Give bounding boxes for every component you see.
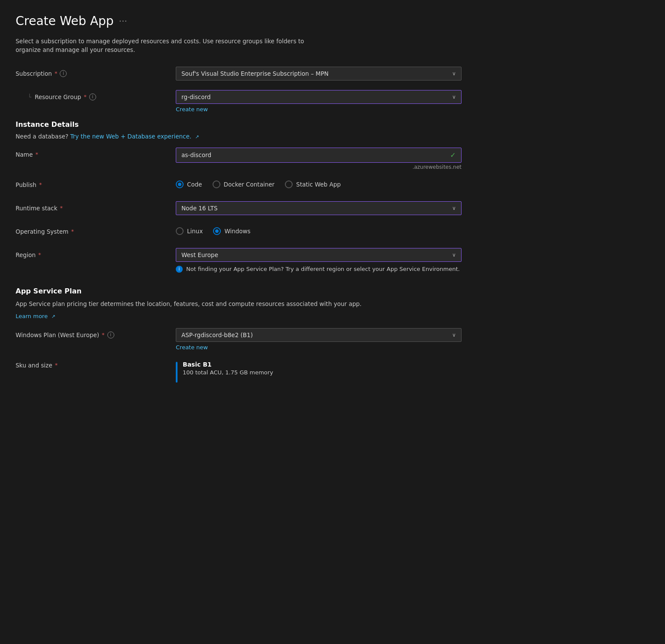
page-title: Create Web App xyxy=(16,14,114,28)
os-label-linux: Linux xyxy=(187,228,203,235)
resource-group-control: rg-discord ∨ Create new xyxy=(176,90,462,113)
region-required: * xyxy=(38,251,41,258)
windows-plan-required: * xyxy=(102,332,105,338)
name-label: Name * xyxy=(16,148,176,158)
learn-more-link[interactable]: Learn more xyxy=(16,313,48,319)
region-value: West Europe xyxy=(181,251,218,258)
operating-system-label: Operating System * xyxy=(16,225,176,235)
windows-plan-chevron-icon: ∨ xyxy=(452,332,456,338)
region-chevron-icon: ∨ xyxy=(452,252,456,258)
instance-details-heading: Instance Details xyxy=(16,120,649,129)
resource-group-chevron-icon: ∨ xyxy=(452,94,456,100)
resource-group-label: └ Resource Group * i xyxy=(16,90,176,100)
publish-label-docker: Docker Container xyxy=(224,181,275,188)
windows-plan-label: Windows Plan (West Europe) * i xyxy=(16,328,176,338)
sku-size-control: Basic B1 100 total ACU, 1.75 GB memory xyxy=(176,358,462,383)
windows-plan-control: ASP-rgdiscord-b8e2 (B1) ∨ Create new xyxy=(176,328,462,351)
try-database-experience-link[interactable]: Try the new Web + Database experience. ↗ xyxy=(70,133,199,140)
sku-size-required: * xyxy=(55,362,58,368)
region-info-circle-icon: i xyxy=(176,266,183,273)
external-link-icon: ↗ xyxy=(195,134,199,140)
need-database-text: Need a database? Try the new Web + Datab… xyxy=(16,133,649,140)
subscription-row: Subscription * i Souf's Visual Studio En… xyxy=(16,67,649,82)
runtime-stack-dropdown[interactable]: Node 16 LTS ∨ xyxy=(176,201,462,215)
publish-row: Publish * Code Docker Container Static W… xyxy=(16,178,649,193)
publish-option-docker[interactable]: Docker Container xyxy=(213,180,275,188)
resource-group-dropdown[interactable]: rg-discord ∨ xyxy=(176,90,462,104)
name-input[interactable]: as-discord ✓ xyxy=(176,148,462,163)
instance-details-section: Instance Details Need a database? Try th… xyxy=(16,120,649,273)
runtime-stack-row: Runtime stack * Node 16 LTS ∨ xyxy=(16,201,649,217)
sku-box: Basic B1 100 total ACU, 1.75 GB memory xyxy=(176,358,462,383)
subscription-info-icon[interactable]: i xyxy=(60,70,67,77)
subscription-dropdown[interactable]: Souf's Visual Studio Enterprise Subscrip… xyxy=(176,67,462,80)
runtime-stack-value: Node 16 LTS xyxy=(181,205,217,212)
sku-info: Basic B1 100 total ACU, 1.75 GB memory xyxy=(183,361,273,376)
app-service-plan-heading: App Service Plan xyxy=(16,287,649,295)
resource-group-row: └ Resource Group * i rg-discord ∨ Create… xyxy=(16,90,649,113)
windows-plan-create-new[interactable]: Create new xyxy=(176,344,208,351)
operating-system-row: Operating System * Linux Windows xyxy=(16,225,649,240)
subscription-chevron-icon: ∨ xyxy=(452,71,456,77)
sku-size-label: Sku and size * xyxy=(16,358,176,369)
learn-more-external-icon: ↗ xyxy=(52,314,55,319)
sku-size-row: Sku and size * Basic B1 100 total ACU, 1… xyxy=(16,358,649,383)
page-subtitle: Select a subscription to manage deployed… xyxy=(16,37,319,55)
subscription-required: * xyxy=(55,70,58,77)
operating-system-control: Linux Windows xyxy=(176,225,462,235)
sku-description: 100 total ACU, 1.75 GB memory xyxy=(183,369,273,376)
resource-group-required: * xyxy=(84,93,87,100)
publish-label-code: Code xyxy=(187,181,202,188)
app-service-description: App Service plan pricing tier determines… xyxy=(16,299,649,308)
runtime-stack-chevron-icon: ∨ xyxy=(452,205,456,211)
name-required: * xyxy=(36,151,39,158)
resource-group-create-new[interactable]: Create new xyxy=(176,106,208,113)
subscription-control: Souf's Visual Studio Enterprise Subscrip… xyxy=(176,67,462,80)
name-row: Name * as-discord ✓ .azurewebsites.net xyxy=(16,148,649,170)
runtime-stack-required: * xyxy=(60,205,63,211)
windows-plan-value: ASP-rgdiscord-b8e2 (B1) xyxy=(181,332,253,338)
publish-control: Code Docker Container Static Web App xyxy=(176,178,462,188)
resource-group-info-icon[interactable]: i xyxy=(89,93,96,100)
name-control: as-discord ✓ .azurewebsites.net xyxy=(176,148,462,170)
windows-plan-dropdown[interactable]: ASP-rgdiscord-b8e2 (B1) ∨ xyxy=(176,328,462,342)
publish-radio-group: Code Docker Container Static Web App xyxy=(176,178,462,188)
region-label: Region * xyxy=(16,248,176,258)
publish-radio-static[interactable] xyxy=(285,180,293,188)
windows-plan-info-icon[interactable]: i xyxy=(107,332,114,338)
os-label-windows: Windows xyxy=(224,228,250,235)
resource-group-value: rg-discord xyxy=(181,93,211,100)
os-radio-windows[interactable] xyxy=(213,227,221,235)
name-check-icon: ✓ xyxy=(450,151,456,159)
subscription-label: Subscription * i xyxy=(16,67,176,77)
sku-tier: Basic B1 xyxy=(183,361,273,368)
publish-label-static: Static Web App xyxy=(296,181,341,188)
region-row: Region * West Europe ∨ i Not finding you… xyxy=(16,248,649,273)
publish-option-static[interactable]: Static Web App xyxy=(285,180,341,188)
windows-plan-row: Windows Plan (West Europe) * i ASP-rgdis… xyxy=(16,328,649,351)
os-option-windows[interactable]: Windows xyxy=(213,227,250,235)
region-control: West Europe ∨ i Not finding your App Ser… xyxy=(176,248,462,273)
runtime-stack-label: Runtime stack * xyxy=(16,201,176,212)
publish-radio-docker[interactable] xyxy=(213,180,220,188)
runtime-stack-control: Node 16 LTS ∨ xyxy=(176,201,462,215)
publish-label: Publish * xyxy=(16,178,176,188)
os-radio-group: Linux Windows xyxy=(176,225,462,235)
publish-option-code[interactable]: Code xyxy=(176,180,202,188)
app-service-plan-section: App Service Plan App Service plan pricin… xyxy=(16,287,649,383)
os-option-linux[interactable]: Linux xyxy=(176,227,203,235)
name-value: as-discord xyxy=(181,151,211,158)
os-radio-linux[interactable] xyxy=(176,227,184,235)
sku-bar-indicator xyxy=(176,362,178,383)
ellipsis-menu[interactable]: ··· xyxy=(119,16,127,26)
publish-radio-code[interactable] xyxy=(176,180,184,188)
region-info-message: i Not finding your App Service Plan? Try… xyxy=(176,265,462,273)
subscription-value: Souf's Visual Studio Enterprise Subscrip… xyxy=(181,70,329,77)
region-dropdown[interactable]: West Europe ∨ xyxy=(176,248,462,262)
publish-required: * xyxy=(39,181,42,188)
domain-suffix: .azurewebsites.net xyxy=(176,164,462,170)
os-required: * xyxy=(71,228,74,235)
